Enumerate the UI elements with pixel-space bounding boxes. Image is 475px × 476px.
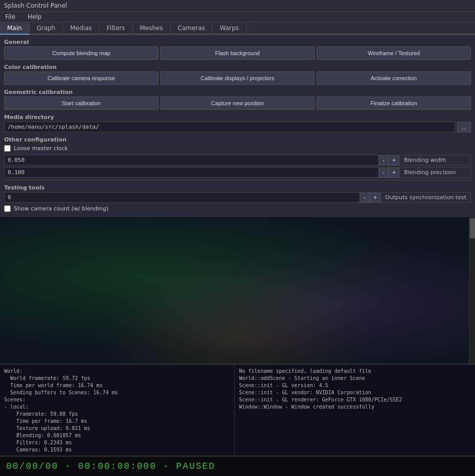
tab-bar: Main Graph Medias Filters Meshes Cameras…: [0, 22, 475, 35]
loose-master-clock-checkbox[interactable]: [4, 145, 11, 152]
tab-filters[interactable]: Filters: [100, 22, 133, 34]
calibrate-camera-button[interactable]: Calibrate camera response: [4, 72, 158, 85]
log-right-line-0: No filename specified, loading default f…: [239, 368, 471, 375]
log-right-line-3: Scene::init - GL vendor: NVIDIA Corporat…: [239, 389, 471, 396]
sync-test-input[interactable]: [4, 192, 360, 203]
preview-background: [0, 217, 475, 364]
blending-width-input[interactable]: [4, 155, 378, 165]
log-left-line-3: Sending buffers to Scenes: 16.74 ms: [4, 389, 230, 396]
log-left-line-6: Framerate: 59.88 fps: [4, 411, 230, 418]
log-left: World: World framerate: 59.72 fps Time p…: [0, 365, 235, 456]
sync-test-label: Outputs synchronization test: [381, 192, 471, 203]
loose-master-clock-label: Loose master clock: [14, 145, 68, 152]
other-config-label: Other configuration: [4, 134, 471, 144]
geometric-calibration-buttons: Start calibration Capture new position F…: [4, 97, 471, 110]
bottom-panel: World: World framerate: 59.72 fps Time p…: [0, 364, 475, 456]
status-text: 00/00/00 - 00:00:00:000 - PAUSED: [6, 461, 216, 471]
log-left-line-1: World framerate: 59.72 fps: [4, 375, 230, 382]
tab-medias[interactable]: Medias: [63, 22, 99, 34]
show-camera-count-label: Show camera count (w/ blending): [14, 205, 108, 212]
blending-precision-row: - + Blending precision: [4, 167, 471, 178]
activate-correction-button[interactable]: Activate correction: [317, 72, 471, 85]
log-left-line-0: World:: [4, 368, 230, 375]
window-title: Splash Control Panel: [4, 2, 67, 9]
tab-main[interactable]: Main: [0, 22, 30, 35]
geometric-calibration-label: Geometric calibration: [4, 87, 471, 97]
log-left-line-5: - local:: [4, 403, 230, 411]
general-label: General: [4, 37, 471, 46]
blending-precision-input[interactable]: [4, 167, 378, 178]
blending-precision-minus[interactable]: -: [378, 168, 388, 178]
log-left-line-8: Texture upload: 0.021 ms: [4, 425, 230, 432]
blending-width-plus[interactable]: +: [388, 155, 399, 165]
start-calibration-button[interactable]: Start calibration: [4, 97, 158, 110]
scrollbar-thumb[interactable]: [470, 218, 475, 239]
log-right-line-1: World::addScene - Starting an inner Scen…: [239, 375, 471, 382]
media-directory-row: ...: [4, 122, 471, 132]
show-camera-count-row: Show camera count (w/ blending): [4, 204, 471, 213]
blending-width-minus[interactable]: -: [378, 155, 388, 165]
log-right: No filename specified, loading default f…: [235, 365, 475, 456]
sync-test-minus[interactable]: -: [360, 193, 369, 203]
right-scrollbar[interactable]: [469, 217, 475, 364]
general-buttons: Compute blending map Flash background Wi…: [4, 46, 471, 60]
compute-blending-button[interactable]: Compute blending map: [4, 46, 158, 60]
log-right-line-2: Scene::init - GL version: 4.5: [239, 382, 471, 389]
menu-bar: File Help: [0, 12, 475, 22]
tab-warps[interactable]: Warps: [212, 22, 246, 34]
loose-master-clock-row: Loose master clock: [4, 144, 471, 153]
log-right-line-5: Window::Window - Window created successf…: [239, 403, 471, 411]
media-directory-label: Media directory: [4, 112, 471, 122]
testing-tools-label: Testing tools: [4, 182, 471, 192]
calibrate-displays-button[interactable]: Calibrate displays / projectors: [160, 72, 315, 85]
divider-1: [4, 180, 471, 180]
color-calibration-buttons: Calibrate camera response Calibrate disp…: [4, 72, 471, 85]
title-bar: Splash Control Panel: [0, 0, 475, 12]
browse-button[interactable]: ...: [457, 122, 471, 132]
app: Splash Control Panel File Help Main Grap…: [0, 0, 475, 476]
sync-test-row: - + Outputs synchronization test: [4, 192, 471, 203]
status-bar: 00/00/00 - 00:00:00:000 - PAUSED: [0, 456, 475, 476]
tab-meshes[interactable]: Meshes: [133, 22, 171, 34]
blending-width-label: Blending width: [399, 155, 471, 165]
preview-area: [0, 217, 475, 364]
sync-test-plus[interactable]: +: [369, 193, 381, 203]
log-left-line-9: Blending: 0.001057 ms: [4, 432, 230, 439]
flash-background-button[interactable]: Flash background: [160, 46, 315, 60]
capture-position-button[interactable]: Capture new position: [160, 97, 315, 110]
log-left-line-10: Filters: 0.2343 ms: [4, 439, 230, 446]
control-panel: General Compute blending map Flash backg…: [0, 35, 475, 217]
blending-precision-plus[interactable]: +: [388, 168, 399, 178]
tab-graph[interactable]: Graph: [30, 22, 63, 34]
log-right-line-4: Scene::init - GL renderer: GeForce GTX 1…: [239, 396, 471, 403]
blending-width-row: - + Blending width: [4, 155, 471, 165]
media-path-input[interactable]: [4, 122, 455, 132]
log-left-line-11: Cameras: 0.1593 ms: [4, 446, 230, 454]
log-left-line-4: Scenes:: [4, 396, 230, 403]
finalize-calibration-button[interactable]: Finalize calibration: [317, 97, 471, 110]
tab-cameras[interactable]: Cameras: [171, 22, 212, 34]
log-left-line-7: Time per frame: 16.7 ms: [4, 418, 230, 425]
wireframe-textured-button[interactable]: Wireframe / Textured: [317, 46, 471, 60]
menu-file[interactable]: File: [3, 13, 17, 21]
color-calibration-label: Color calibration: [4, 62, 471, 72]
menu-help[interactable]: Help: [26, 13, 43, 21]
log-left-line-2: Time per world frame: 16.74 ms: [4, 382, 230, 389]
blending-precision-label: Blending precision: [399, 167, 471, 178]
show-camera-count-checkbox[interactable]: [4, 205, 11, 212]
